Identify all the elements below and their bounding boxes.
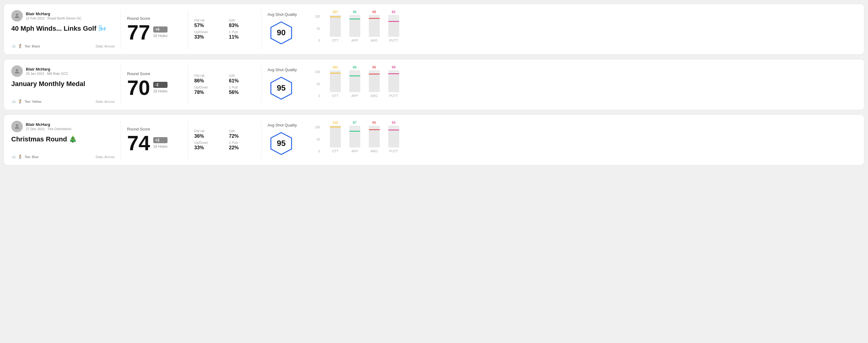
fw-hit-value: 86% bbox=[194, 78, 220, 84]
quality-label: Avg Shot Quality bbox=[268, 12, 297, 17]
tee-info: ☁️ 🏌 Tee: Yellow bbox=[11, 99, 41, 104]
round-title: Christmas Round 🎄 bbox=[11, 135, 115, 143]
stat-one-putt: 1 Putt 56% bbox=[229, 86, 255, 95]
svg-point-2 bbox=[16, 69, 18, 71]
stat-gir: GIR 83% bbox=[229, 19, 255, 28]
one-putt-label: 1 Putt bbox=[229, 86, 255, 89]
divider-2 bbox=[188, 121, 188, 159]
divider-1 bbox=[121, 65, 121, 104]
up-down-label: Up/Down bbox=[194, 141, 220, 145]
gir-value: 83% bbox=[229, 23, 255, 28]
user-info: Blair McHarg 12 Feb 2022 · Royal North D… bbox=[11, 10, 115, 22]
fw-hit-label: FW Hit bbox=[194, 19, 220, 22]
up-down-value: 78% bbox=[194, 90, 220, 95]
cloud-icon: ☁️ bbox=[11, 99, 16, 104]
stat-up-down: Up/Down 78% bbox=[194, 86, 220, 95]
quality-score: 95 bbox=[277, 83, 286, 93]
hexagon-container: 95 bbox=[268, 74, 295, 102]
score-modifier: +5 bbox=[153, 27, 167, 33]
bar-group-putt: 82 PUTT bbox=[388, 10, 399, 42]
chart-section: 100500 101 OTT 86 APP 96 bbox=[310, 65, 857, 104]
bottom-meta: ☁️ 🏌 Tee: Yellow Data: Arccos bbox=[11, 99, 115, 104]
bag-icon: 🏌 bbox=[18, 99, 23, 104]
one-putt-value: 22% bbox=[229, 145, 255, 151]
quality-label: Avg Shot Quality bbox=[268, 67, 297, 72]
bar-group-arg: 95 ARG bbox=[369, 121, 380, 153]
bottom-meta: ☁️ 🏌 Tee: Blue Data: Arccos bbox=[11, 154, 115, 159]
fw-hit-value: 57% bbox=[194, 23, 220, 28]
stats-row-2: Up/Down 78% 1 Putt 56% bbox=[194, 86, 255, 95]
bar-group-app: 87 APP bbox=[349, 121, 360, 153]
left-section: Blair McHarg 27 Dec 2021 · The Oxfordshi… bbox=[11, 121, 115, 159]
bar-group-ott: 101 OTT bbox=[330, 65, 341, 98]
stats-row-1: FW Hit 86% GIR 61% bbox=[194, 74, 255, 84]
user-name: Blair McHarg bbox=[26, 67, 68, 71]
score-badge-area: +2 18 Holes bbox=[153, 137, 167, 149]
tee-info: ☁️ 🏌 Tee: Blue bbox=[11, 154, 39, 159]
score-modifier: -2 bbox=[153, 82, 167, 88]
score-number: 70 bbox=[127, 77, 150, 98]
fw-hit-label: FW Hit bbox=[194, 74, 220, 77]
tee-info: ☁️ 🏌 Tee: Black bbox=[11, 44, 40, 48]
bar-group-putt: 99 PUTT bbox=[388, 65, 399, 98]
data-source: Data: Arccos bbox=[96, 100, 115, 103]
bar-group-ott: 110 OTT bbox=[330, 121, 341, 153]
bar-group-arg: 96 ARG bbox=[369, 65, 380, 98]
stats-row-1: FW Hit 36% GIR 72% bbox=[194, 129, 255, 139]
stats-row-2: Up/Down 33% 1 Putt 22% bbox=[194, 141, 255, 151]
bar-group-app: 86 APP bbox=[349, 65, 360, 98]
quality-score: 95 bbox=[277, 139, 286, 148]
quality-section: Avg Shot Quality 90 bbox=[268, 10, 310, 48]
quality-section: Avg Shot Quality 95 bbox=[268, 121, 310, 159]
gir-label: GIR bbox=[229, 19, 255, 22]
avatar bbox=[11, 10, 23, 22]
bar-group-putt: 93 PUTT bbox=[388, 121, 399, 153]
tee-color: Tee: Blue bbox=[25, 155, 39, 159]
hexagon-container: 95 bbox=[268, 130, 295, 157]
user-name: Blair McHarg bbox=[26, 11, 82, 16]
score-section: Round Score 70 -2 18 Holes bbox=[127, 65, 182, 104]
user-name: Blair McHarg bbox=[26, 122, 71, 127]
stats-section: FW Hit 36% GIR 72% Up/Down 33% 1 Putt 22… bbox=[194, 121, 255, 159]
user-info: Blair McHarg 27 Dec 2021 · The Oxfordshi… bbox=[11, 121, 115, 132]
bar-group-app: 95 APP bbox=[349, 10, 360, 42]
quality-label: Avg Shot Quality bbox=[268, 123, 297, 127]
svg-point-0 bbox=[16, 14, 18, 16]
score-label: Round Score bbox=[127, 127, 182, 131]
bar-group-arg: 98 ARG bbox=[369, 10, 380, 42]
round-title: January Monthly Medal bbox=[11, 80, 115, 88]
score-modifier: +2 bbox=[153, 137, 167, 143]
score-row: 74 +2 18 Holes bbox=[127, 132, 182, 153]
tee-color: Tee: Black bbox=[25, 44, 40, 48]
bottom-meta: ☁️ 🏌 Tee: Black Data: Arccos bbox=[11, 44, 115, 48]
quality-score: 90 bbox=[277, 28, 286, 37]
svg-point-4 bbox=[16, 124, 18, 126]
holes-label: 18 Holes bbox=[153, 34, 167, 38]
quality-section: Avg Shot Quality 95 bbox=[268, 65, 310, 104]
one-putt-value: 56% bbox=[229, 90, 255, 95]
avatar bbox=[11, 65, 23, 77]
holes-label: 18 Holes bbox=[153, 89, 167, 93]
divider-3 bbox=[261, 10, 261, 48]
up-down-label: Up/Down bbox=[194, 86, 220, 89]
divider-1 bbox=[121, 10, 121, 48]
divider-2 bbox=[188, 65, 188, 104]
score-row: 77 +5 18 Holes bbox=[127, 22, 182, 42]
bag-icon: 🏌 bbox=[18, 154, 23, 159]
stat-fw-hit: FW Hit 36% bbox=[194, 129, 220, 139]
data-source: Data: Arccos bbox=[96, 44, 115, 48]
person-icon bbox=[14, 12, 20, 19]
up-down-label: Up/Down bbox=[194, 30, 220, 34]
stat-gir: GIR 61% bbox=[229, 74, 255, 84]
one-putt-value: 11% bbox=[229, 34, 255, 40]
avatar bbox=[11, 121, 23, 132]
fw-hit-label: FW Hit bbox=[194, 129, 220, 133]
round-card-2: Blair McHarg 29 Jan 2022 · Mill Ride GCC… bbox=[4, 59, 864, 110]
stat-fw-hit: FW Hit 86% bbox=[194, 74, 220, 84]
one-putt-label: 1 Putt bbox=[229, 141, 255, 145]
cloud-icon: ☁️ bbox=[11, 154, 16, 159]
holes-label: 18 Holes bbox=[153, 145, 167, 149]
user-date: 12 Feb 2022 · Royal North Devon GC bbox=[26, 17, 82, 20]
person-icon bbox=[14, 68, 20, 74]
score-label: Round Score bbox=[127, 71, 182, 76]
